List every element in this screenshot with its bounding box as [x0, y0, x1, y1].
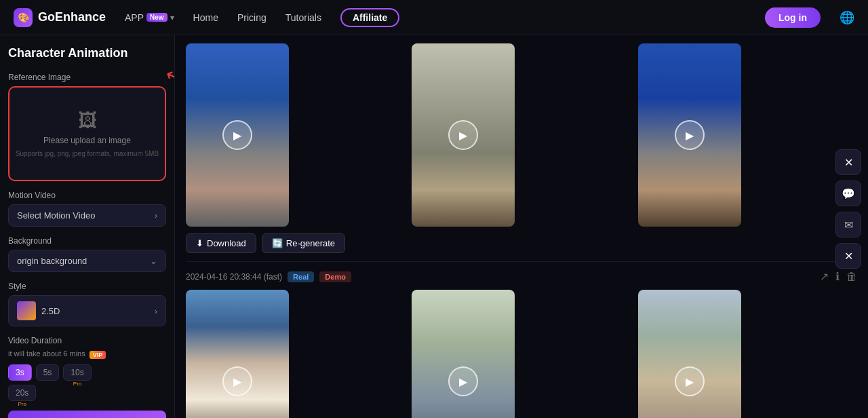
video-thumb-2[interactable]: ▶	[412, 43, 515, 227]
tag-demo-2: Demo	[319, 271, 351, 282]
duration-tab-10s[interactable]: 10sPro	[63, 364, 91, 381]
logo-icon: 🎨	[14, 8, 33, 27]
app-badge[interactable]: APP New ▾	[125, 12, 174, 23]
tag-real-2: Real	[288, 271, 314, 282]
sidebar: Character Animation Reference Image 🖼 Pl…	[0, 35, 175, 418]
play-button-3[interactable]: ▶	[675, 120, 705, 150]
style-label: Style	[8, 282, 166, 291]
play-button-2[interactable]: ▶	[448, 120, 478, 150]
video-section-top: ▶ ▶ ▶ ⬇ Download 🔄 Re-generate	[186, 35, 857, 262]
video-duration-section: Video Duration it will take about 6 mins…	[8, 336, 166, 401]
float-discord-button[interactable]: 💬	[835, 180, 861, 206]
regen-label-top: Re-generate	[286, 238, 335, 248]
chevron-right-icon-style: ›	[155, 306, 157, 316]
chevron-down-icon: ▾	[170, 13, 174, 22]
section-timestamp-2: 2024-04-16 20:38:44 (fast)	[186, 272, 282, 282]
motion-video-value: Select Motion Video	[17, 210, 95, 221]
new-badge: New	[146, 13, 167, 22]
download-button-top[interactable]: ⬇ Download	[186, 233, 256, 253]
style-row: 2.5D	[17, 301, 60, 320]
float-email-button[interactable]: ✉	[835, 212, 861, 238]
vip-badge: VIP	[90, 351, 106, 359]
regenerate-button-top[interactable]: 🔄 Re-generate	[262, 233, 345, 253]
reference-image-label: Reference Image	[8, 73, 166, 82]
video-thumb-cat-outdoor[interactable]: ▶	[638, 290, 741, 418]
app-label: APP	[125, 12, 144, 23]
page-title: Character Animation	[8, 46, 166, 60]
duration-tab-20s[interactable]: 20sPro	[8, 385, 36, 401]
video-thumb-cat-school[interactable]: ▶	[186, 290, 289, 418]
pro-label-10s: Pro	[73, 381, 81, 387]
style-thumbnail	[17, 301, 36, 320]
main-layout: Character Animation Reference Image 🖼 Pl…	[0, 35, 868, 418]
duration-tab-3s[interactable]: 3s	[8, 364, 32, 381]
play-button-girl[interactable]: ▶	[448, 366, 478, 396]
play-button-cat-outdoor[interactable]: ▶	[675, 366, 705, 396]
upload-text: Please upload an image	[43, 136, 131, 145]
affiliate-button[interactable]: Affiliate	[340, 8, 399, 27]
duration-tab-5s[interactable]: 5s	[36, 364, 60, 381]
motion-video-select[interactable]: Select Motion Video ›	[8, 204, 166, 227]
style-select[interactable]: 2.5D ›	[8, 295, 166, 326]
video-section-2: 2024-04-16 20:38:44 (fast) Real Demo ↗ ℹ…	[186, 262, 857, 418]
style-section: Style 2.5D ›	[8, 282, 166, 326]
video-grid-2: ▶ ▶ ▶	[186, 290, 857, 418]
section-icons-2: ↗ ℹ 🗑	[820, 270, 857, 283]
duration-hint: it will take about 6 mins	[8, 349, 85, 358]
motion-video-section: Motion Video Select Motion Video ›	[8, 191, 166, 227]
generate-button[interactable]: Generate (15 ⚡)	[8, 411, 166, 418]
reference-image-upload[interactable]: 🖼 Please upload an image Supports jpg, p…	[8, 86, 166, 181]
logo[interactable]: 🎨 GoEnhance	[14, 8, 106, 27]
upload-subtext: Supports jpg, png, jpeg formats, maximum…	[16, 149, 159, 159]
motion-video-label: Motion Video	[8, 191, 166, 200]
background-select[interactable]: origin background ⌄	[8, 250, 166, 272]
background-value: origin background	[17, 256, 87, 266]
nav-home[interactable]: Home	[193, 12, 218, 23]
play-button-1[interactable]: ▶	[222, 120, 252, 150]
download-icon-top: ⬇	[196, 238, 203, 248]
video-thumb-1[interactable]: ▶	[186, 43, 289, 227]
float-close-button-2[interactable]: ✕	[835, 243, 861, 269]
section-header-2: 2024-04-16 20:38:44 (fast) Real Demo ↗ ℹ…	[186, 270, 857, 283]
info-button-2[interactable]: ℹ	[835, 270, 840, 283]
reference-image-section: Reference Image 🖼 Please upload an image…	[8, 73, 166, 181]
chevron-down-icon: ⌄	[150, 256, 157, 266]
globe-icon[interactable]: 🌐	[840, 10, 854, 25]
action-row-top: ⬇ Download 🔄 Re-generate	[186, 233, 857, 253]
nav-tutorials[interactable]: Tutorials	[285, 12, 321, 23]
share-button-2[interactable]: ↗	[820, 270, 829, 283]
navbar: 🎨 GoEnhance APP New ▾ Home Pricing Tutor…	[0, 0, 868, 35]
video-duration-label: Video Duration	[8, 336, 166, 345]
background-section: Background origin background ⌄	[8, 236, 166, 272]
regen-icon-top: 🔄	[272, 238, 283, 248]
pro-label-20s: Pro	[18, 401, 26, 407]
download-label-top: Download	[207, 238, 246, 248]
login-button[interactable]: Log in	[765, 7, 821, 28]
nav-pricing[interactable]: Pricing	[237, 12, 267, 23]
delete-button-2[interactable]: 🗑	[846, 271, 857, 283]
style-value: 2.5D	[41, 306, 60, 316]
duration-tabs: 3s 5s 10sPro	[8, 364, 166, 381]
chevron-right-icon: ›	[155, 210, 157, 221]
float-close-button-1[interactable]: ✕	[835, 149, 861, 175]
video-thumb-3[interactable]: ▶	[638, 43, 741, 227]
content-area: ▶ ▶ ▶ ⬇ Download 🔄 Re-generate	[175, 35, 868, 418]
play-button-cat-school[interactable]: ▶	[222, 366, 252, 396]
video-thumb-girl[interactable]: ▶	[412, 290, 515, 418]
float-buttons: ✕ 💬 ✉ ✕	[835, 149, 861, 269]
video-grid-top: ▶ ▶ ▶	[186, 43, 857, 227]
background-label: Background	[8, 236, 166, 246]
upload-icon: 🖼	[78, 109, 97, 132]
nav-links: Home Pricing Tutorials	[193, 12, 321, 23]
logo-text: GoEnhance	[38, 10, 106, 24]
